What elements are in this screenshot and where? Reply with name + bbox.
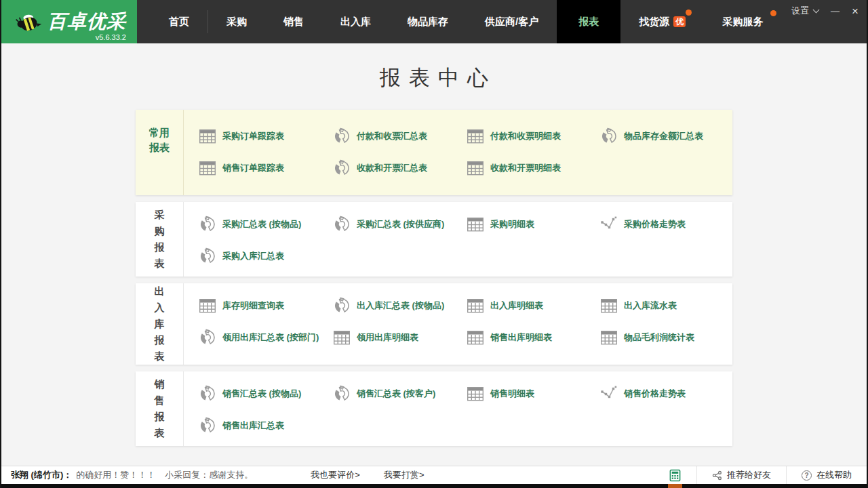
app-version: v5.6.33.2 — [96, 33, 126, 41]
report-center-sections: 常用 报表 采购订单跟踪表 付款和收票汇总表 — [136, 110, 732, 446]
donut-icon — [199, 385, 216, 403]
nav-item-sales[interactable]: 销售 — [265, 0, 322, 43]
section-label: 出 入 库 报 表 — [136, 283, 184, 365]
report-item[interactable]: 销售明细表 — [467, 385, 600, 403]
section-common-reports: 常用 报表 采购订单跟踪表 付款和收票汇总表 — [136, 110, 732, 195]
report-item[interactable]: 领用出库汇总表 (按部门) — [199, 329, 333, 346]
nav-item-home[interactable]: 首页 — [151, 0, 208, 43]
app-window: 百卓优采 v5.6.33.2 首页 采购 销售 出入库 物品库存 供应商/客户 … — [0, 0, 868, 488]
line-chart-icon — [600, 385, 618, 403]
report-item[interactable]: 销售价格走势表 — [600, 385, 732, 403]
report-item[interactable]: 销售出库明细表 — [467, 329, 600, 346]
table-icon — [467, 127, 484, 145]
report-item[interactable]: 出入库明细表 — [467, 297, 600, 314]
bee-logo-icon — [12, 7, 45, 36]
donut-icon — [333, 216, 351, 233]
table-icon — [467, 385, 484, 403]
nav-item-supplier-customer[interactable]: 供应商/客户 — [467, 0, 557, 43]
close-button[interactable]: × — [852, 5, 859, 17]
add-review-link[interactable]: 我也要评价> — [311, 469, 360, 481]
table-icon — [467, 297, 484, 314]
donut-icon — [199, 247, 216, 265]
table-icon — [600, 329, 618, 346]
nav-item-find-supply[interactable]: 找货源 优 — [620, 0, 704, 43]
table-icon — [600, 297, 618, 314]
donut-icon — [333, 159, 351, 177]
report-item[interactable]: 销售汇总表 (按物品) — [199, 385, 333, 403]
main-nav: 首页 采购 销售 出入库 物品库存 供应商/客户 报表 找货源 优 采购服务 — [137, 0, 867, 43]
status-bar: 张翔 (绵竹市)： 的确好用！赞！！！ 小采回复：感谢支持。 我也要评价> 我要… — [1, 466, 867, 484]
report-item[interactable]: 出入库汇总表 (按物品) — [333, 297, 467, 314]
top-navigation-bar: 百卓优采 v5.6.33.2 首页 采购 销售 出入库 物品库存 供应商/客户 … — [1, 0, 867, 43]
reply-text: 小采回复：感谢支持。 — [165, 469, 253, 481]
chevron-down-icon — [813, 7, 820, 14]
section-purchase-reports: 采 购 报 表 采购汇总表 (按物品) 采购汇总表 (按供应商) 采购明细表 — [136, 202, 732, 277]
share-icon — [712, 470, 722, 481]
table-icon — [467, 216, 484, 233]
calculator-icon — [669, 469, 682, 482]
window-controls: 设置 — × — [791, 5, 859, 17]
section-label: 常用 报表 — [136, 110, 184, 195]
report-item[interactable]: 出入库流水表 — [600, 297, 732, 314]
report-item[interactable]: 销售订单跟踪表 — [199, 159, 333, 177]
notification-dot — [770, 10, 776, 16]
report-item[interactable]: 收款和开票汇总表 — [333, 159, 467, 177]
table-icon — [467, 329, 484, 346]
window-bottom-border — [1, 484, 867, 488]
app-logo: 百卓优采 v5.6.33.2 — [1, 0, 137, 43]
review-text: 的确好用！赞！！！ — [76, 469, 155, 481]
notification-dot — [686, 9, 692, 16]
settings-menu[interactable]: 设置 — [791, 5, 818, 17]
report-item[interactable]: 收款和开票明细表 — [467, 159, 600, 177]
review-author: 张翔 (绵竹市)： — [11, 469, 72, 481]
table-icon — [199, 159, 216, 177]
donut-icon — [333, 127, 351, 145]
nav-item-purchase[interactable]: 采购 — [208, 0, 265, 43]
nav-item-in-out-warehouse[interactable]: 出入库 — [322, 0, 389, 43]
report-item[interactable]: 物品毛利润统计表 — [600, 329, 732, 346]
report-item[interactable]: 物品库存金额汇总表 — [600, 127, 732, 145]
report-item[interactable]: 领用出库明细表 — [333, 329, 467, 346]
report-item[interactable]: 销售汇总表 (按客户) — [333, 385, 467, 403]
table-icon — [199, 127, 216, 145]
bottom-orange-marker — [668, 484, 682, 488]
report-item[interactable]: 付款和收票明细表 — [467, 127, 600, 145]
report-item[interactable]: 销售出库汇总表 — [199, 417, 333, 434]
report-item[interactable]: 采购汇总表 (按物品) — [199, 216, 333, 233]
report-item[interactable]: 采购明细表 — [467, 216, 600, 233]
table-icon — [199, 297, 216, 314]
report-item[interactable]: 付款和收票汇总表 — [333, 127, 467, 145]
section-label: 销 售 报 表 — [136, 371, 184, 446]
section-in-out-warehouse-reports: 出 入 库 报 表 库存明细查询表 出入库汇总表 (按物品) — [136, 283, 732, 365]
section-label: 采 购 报 表 — [136, 202, 184, 277]
donut-icon — [199, 329, 216, 346]
calculator-button[interactable] — [654, 466, 696, 484]
donut-icon — [333, 297, 351, 314]
nav-item-purchase-services[interactable]: 采购服务 — [704, 0, 787, 43]
help-icon: ? — [802, 470, 812, 481]
you-badge: 优 — [673, 16, 686, 27]
donut-icon — [199, 216, 216, 233]
section-sales-reports: 销 售 报 表 销售汇总表 (按物品) 销售汇总表 (按客户) 销售明细表 — [136, 371, 732, 446]
report-item[interactable]: 采购订单跟踪表 — [199, 127, 333, 145]
tip-link[interactable]: 我要打赏> — [384, 469, 425, 481]
table-icon — [333, 329, 351, 346]
donut-icon — [199, 417, 216, 434]
report-item[interactable]: 采购汇总表 (按供应商) — [333, 216, 467, 233]
donut-icon — [333, 385, 351, 403]
nav-item-reports[interactable]: 报表 — [557, 0, 620, 43]
online-help-button[interactable]: ? 在线帮助 — [787, 466, 867, 484]
donut-icon — [600, 127, 618, 145]
table-icon — [467, 159, 484, 177]
line-chart-icon — [600, 216, 618, 233]
recommend-to-friends-button[interactable]: 推荐给好友 — [697, 466, 786, 484]
nav-item-item-inventory[interactable]: 物品库存 — [389, 0, 467, 43]
logo-title: 百卓优采 — [47, 9, 126, 35]
report-item[interactable]: 库存明细查询表 — [199, 297, 333, 314]
report-item[interactable]: 采购入库汇总表 — [199, 247, 333, 265]
page-title: 报表中心 — [1, 64, 867, 92]
report-item[interactable]: 采购价格走势表 — [600, 216, 732, 233]
minimize-button[interactable]: — — [831, 7, 840, 16]
